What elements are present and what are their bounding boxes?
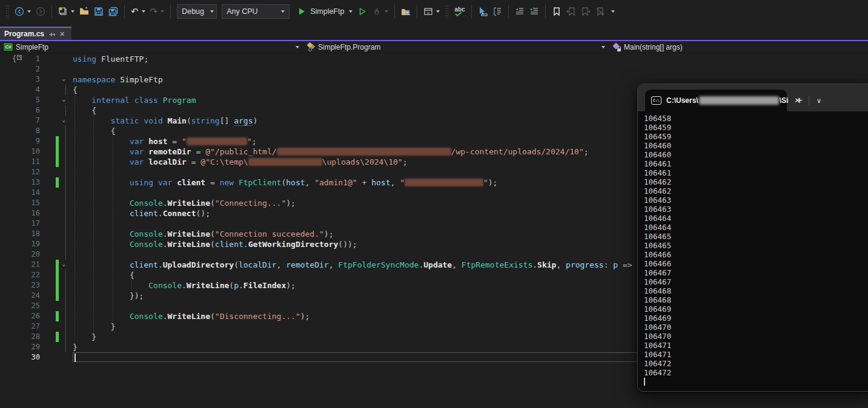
navigate-forward-icon (36, 7, 45, 16)
undo-button[interactable]: ↶ (128, 5, 148, 18)
indent-guide (75, 260, 75, 270)
change-margin (44, 332, 59, 342)
code-line[interactable]: 1using FluentFTP; (0, 54, 868, 64)
decrease-indent-icon (515, 7, 525, 16)
solution-platform-combo[interactable]: Any CPU (222, 4, 290, 19)
save-all-button[interactable] (106, 5, 121, 18)
toolbar-grip[interactable] (5, 5, 9, 18)
toolbar-separator (394, 5, 395, 18)
code-text[interactable]: using FluentFTP; (73, 54, 868, 64)
code-line[interactable]: 2 (0, 64, 868, 74)
csharp-project-icon: C# (4, 43, 13, 51)
line-number: 9 (0, 136, 44, 146)
indent-guide (93, 126, 94, 136)
sync-with-active-document-button[interactable] (421, 5, 442, 18)
clear-bookmarks-button[interactable] (593, 5, 608, 18)
terminal-tab[interactable]: C:\ C:\Users\ \Si ✕ (645, 90, 787, 111)
terminal-output-line: 106467 (644, 268, 868, 277)
navigate-forward-button[interactable] (33, 5, 48, 18)
start-without-debugging-button[interactable] (355, 5, 369, 18)
collapse-chevron-icon[interactable]: ⌄ (62, 73, 66, 84)
change-margin (44, 249, 59, 260)
outlining-margin (59, 321, 73, 332)
line-number: 25 (0, 301, 44, 311)
toolbar-grip[interactable] (445, 5, 449, 18)
indent-guide (75, 146, 75, 157)
new-project-button[interactable] (56, 5, 77, 18)
line-number: 2 (0, 64, 44, 74)
terminal-output-line: 106458 (644, 114, 868, 123)
collapse-chevron-icon[interactable]: ⌄ (62, 114, 66, 125)
tab-program-cs[interactable]: Program.cs ✕ (0, 27, 71, 40)
indent-guide (75, 311, 75, 321)
hot-reload-button[interactable] (369, 5, 391, 18)
terminal-output-line: 106470 (644, 323, 868, 332)
terminal-output[interactable]: 1064581064591064591064601064601064611064… (638, 111, 868, 386)
decrease-indent-button[interactable] (512, 5, 527, 18)
terminal-output-line: 106462 (644, 186, 868, 196)
change-margin (44, 95, 59, 105)
collapse-chevron-icon[interactable]: ⌄ (62, 258, 66, 269)
new-project-dropdown[interactable] (71, 10, 75, 13)
project-dropdown-arrow (296, 46, 299, 48)
toggle-bookmark-button[interactable] (549, 5, 564, 18)
spell-check-button[interactable]: abc (452, 5, 467, 18)
indent-guide (93, 167, 94, 177)
change-margin (44, 291, 59, 301)
increase-indent-button[interactable] (527, 5, 542, 18)
code-text[interactable] (73, 64, 868, 74)
close-tab-icon[interactable]: ✕ (59, 30, 65, 38)
change-margin (44, 74, 59, 85)
start-debug-dropdown[interactable] (349, 10, 353, 13)
change-margin (44, 239, 59, 249)
next-bookmark-button[interactable] (578, 5, 593, 18)
save-button[interactable] (91, 5, 106, 18)
change-margin (44, 352, 59, 363)
indent-guide (113, 146, 113, 157)
outlining-margin (59, 157, 73, 167)
open-folder-button[interactable] (77, 5, 91, 18)
line-number: 12 (0, 167, 44, 177)
previous-bookmark-button[interactable] (564, 5, 578, 18)
redo-dropdown[interactable] (161, 10, 164, 13)
terminal-output-line: 106466 (644, 259, 868, 268)
terminal-output-line: 106471 (644, 350, 868, 359)
change-margin (44, 126, 59, 136)
indent-guide (75, 270, 75, 280)
main-toolbar: ↶ ↷ Debug Any CPU SimpleFtp (0, 0, 868, 23)
indent-guide (75, 239, 75, 249)
toolbar-overflow-button[interactable] (608, 8, 617, 15)
undo-dropdown[interactable] (142, 10, 145, 13)
line-number: 20 (0, 249, 44, 260)
sync-document-dropdown[interactable] (436, 10, 440, 13)
terminal-dropdown-button[interactable]: ∨ (812, 97, 826, 105)
redacted-text (248, 158, 322, 166)
hot-reload-dropdown[interactable] (385, 10, 388, 13)
select-pointer-button[interactable] (475, 5, 490, 18)
type-dropdown[interactable]: SimpleFtp.Program (303, 41, 609, 53)
line-number: 19 (0, 239, 44, 249)
navigate-back-dropdown[interactable] (27, 10, 31, 13)
show-position-button[interactable] (490, 5, 505, 18)
start-debugging-button[interactable]: SimpleFtp (294, 5, 355, 18)
pin-icon[interactable] (48, 31, 55, 38)
solution-configuration-combo[interactable]: Debug (177, 4, 217, 19)
redo-button[interactable]: ↷ (148, 5, 167, 18)
line-number: 6 (0, 105, 44, 116)
member-dropdown[interactable]: Main(string[] args) (609, 41, 868, 53)
line-number: 18 (0, 229, 44, 239)
cmd-icon: C:\ (651, 96, 661, 105)
indent-guide (75, 219, 75, 229)
new-terminal-tab-button[interactable]: + (793, 94, 806, 107)
terminal-window[interactable]: C:\ C:\Users\ \Si ✕ + ∨ 1064581064591064… (637, 84, 868, 392)
change-margin (44, 188, 59, 198)
start-no-debug-play-icon (357, 7, 367, 16)
project-dropdown[interactable]: C# SimpleFtp (0, 41, 303, 53)
find-in-files-button[interactable] (399, 5, 413, 18)
terminal-output-line: 106470 (644, 332, 868, 341)
collapse-chevron-icon[interactable]: ⌄ (62, 94, 66, 104)
outlining-margin (59, 352, 73, 363)
terminal-titlebar[interactable]: C:\ C:\Users\ \Si ✕ + ∨ (638, 84, 868, 111)
indent-guide (93, 157, 94, 167)
navigate-back-button[interactable] (12, 5, 33, 18)
